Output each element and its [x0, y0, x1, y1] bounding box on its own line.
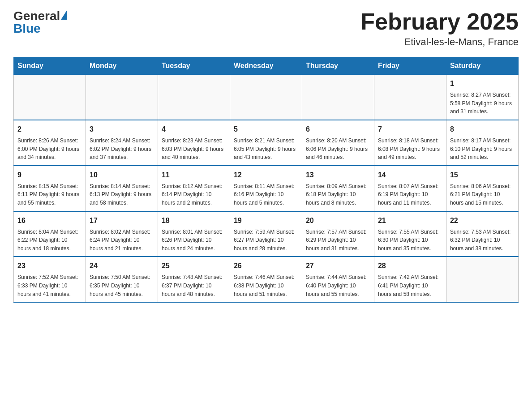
day-info: Sunrise: 7:42 AM Sunset: 6:41 PM Dayligh… — [378, 273, 442, 298]
calendar-day-cell: 11Sunrise: 8:12 AM Sunset: 6:14 PM Dayli… — [158, 166, 230, 211]
calendar-day-cell: 1Sunrise: 8:27 AM Sunset: 5:58 PM Daylig… — [446, 75, 518, 120]
calendar-day-cell: 23Sunrise: 7:52 AM Sunset: 6:33 PM Dayli… — [14, 257, 86, 302]
day-info: Sunrise: 8:17 AM Sunset: 6:10 PM Dayligh… — [450, 137, 515, 162]
calendar-table: SundayMondayTuesdayWednesdayThursdayFrid… — [13, 57, 519, 303]
calendar-day-cell: 5Sunrise: 8:21 AM Sunset: 6:05 PM Daylig… — [230, 120, 302, 166]
day-info: Sunrise: 8:14 AM Sunset: 6:13 PM Dayligh… — [90, 182, 154, 207]
weekday-header-wednesday: Wednesday — [230, 57, 302, 75]
calendar-day-cell — [86, 75, 158, 120]
calendar-day-cell: 16Sunrise: 8:04 AM Sunset: 6:22 PM Dayli… — [14, 211, 86, 257]
calendar-day-cell: 24Sunrise: 7:50 AM Sunset: 6:35 PM Dayli… — [86, 257, 158, 302]
day-number: 20 — [306, 215, 370, 226]
day-number: 4 — [162, 124, 226, 135]
calendar-day-cell: 28Sunrise: 7:42 AM Sunset: 6:41 PM Dayli… — [374, 257, 446, 302]
day-info: Sunrise: 8:04 AM Sunset: 6:22 PM Dayligh… — [17, 228, 82, 253]
calendar-day-cell: 9Sunrise: 8:15 AM Sunset: 6:11 PM Daylig… — [14, 166, 86, 211]
calendar-week-row: 1Sunrise: 8:27 AM Sunset: 5:58 PM Daylig… — [14, 75, 519, 120]
calendar-day-cell: 20Sunrise: 7:57 AM Sunset: 6:29 PM Dayli… — [302, 211, 374, 257]
calendar-day-cell: 22Sunrise: 7:53 AM Sunset: 6:32 PM Dayli… — [446, 211, 518, 257]
day-number: 23 — [17, 261, 82, 271]
calendar-day-cell — [14, 75, 86, 120]
weekday-header-row: SundayMondayTuesdayWednesdayThursdayFrid… — [14, 57, 519, 75]
calendar-day-cell: 21Sunrise: 7:55 AM Sunset: 6:30 PM Dayli… — [374, 211, 446, 257]
calendar-day-cell: 10Sunrise: 8:14 AM Sunset: 6:13 PM Dayli… — [86, 166, 158, 211]
calendar-day-cell: 15Sunrise: 8:06 AM Sunset: 6:21 PM Dayli… — [446, 166, 518, 211]
day-number: 11 — [162, 170, 226, 180]
calendar-day-cell — [158, 75, 230, 120]
calendar-week-row: 16Sunrise: 8:04 AM Sunset: 6:22 PM Dayli… — [14, 211, 519, 257]
calendar-day-cell: 14Sunrise: 8:07 AM Sunset: 6:19 PM Dayli… — [374, 166, 446, 211]
day-info: Sunrise: 8:23 AM Sunset: 6:03 PM Dayligh… — [162, 137, 226, 162]
weekday-header-tuesday: Tuesday — [158, 57, 230, 75]
day-info: Sunrise: 8:09 AM Sunset: 6:18 PM Dayligh… — [306, 182, 370, 207]
weekday-header-saturday: Saturday — [446, 57, 518, 75]
day-number: 8 — [450, 124, 515, 135]
day-info: Sunrise: 8:24 AM Sunset: 6:02 PM Dayligh… — [90, 137, 154, 162]
day-number: 6 — [306, 124, 370, 135]
day-info: Sunrise: 7:52 AM Sunset: 6:33 PM Dayligh… — [17, 273, 82, 298]
calendar-day-cell: 2Sunrise: 8:26 AM Sunset: 6:00 PM Daylig… — [14, 120, 86, 166]
calendar-day-cell: 17Sunrise: 8:02 AM Sunset: 6:24 PM Dayli… — [86, 211, 158, 257]
day-info: Sunrise: 7:48 AM Sunset: 6:37 PM Dayligh… — [162, 273, 226, 298]
day-number: 2 — [17, 124, 82, 135]
day-info: Sunrise: 8:21 AM Sunset: 6:05 PM Dayligh… — [234, 137, 298, 162]
calendar-day-cell: 25Sunrise: 7:48 AM Sunset: 6:37 PM Dayli… — [158, 257, 230, 302]
day-info: Sunrise: 8:20 AM Sunset: 6:06 PM Dayligh… — [306, 137, 370, 162]
calendar-subtitle: Etival-les-le-Mans, France — [360, 36, 519, 48]
logo-blue-text: Blue — [13, 21, 67, 36]
day-number: 16 — [17, 215, 82, 226]
day-number: 28 — [378, 261, 442, 271]
day-info: Sunrise: 8:12 AM Sunset: 6:14 PM Dayligh… — [162, 182, 226, 207]
day-number: 12 — [234, 170, 298, 180]
calendar-day-cell — [374, 75, 446, 120]
day-number: 1 — [450, 78, 515, 89]
day-number: 19 — [234, 215, 298, 226]
day-info: Sunrise: 8:06 AM Sunset: 6:21 PM Dayligh… — [450, 182, 515, 207]
day-number: 13 — [306, 170, 370, 180]
day-info: Sunrise: 7:55 AM Sunset: 6:30 PM Dayligh… — [378, 228, 442, 253]
calendar-day-cell: 8Sunrise: 8:17 AM Sunset: 6:10 PM Daylig… — [446, 120, 518, 166]
calendar-title: February 2025 — [360, 9, 519, 34]
calendar-day-cell: 4Sunrise: 8:23 AM Sunset: 6:03 PM Daylig… — [158, 120, 230, 166]
logo-triangle-icon — [61, 10, 67, 20]
day-number: 26 — [234, 261, 298, 271]
day-info: Sunrise: 8:27 AM Sunset: 5:58 PM Dayligh… — [450, 91, 515, 116]
calendar-day-cell: 26Sunrise: 7:46 AM Sunset: 6:38 PM Dayli… — [230, 257, 302, 302]
logo: General Blue — [13, 9, 67, 36]
weekday-header-friday: Friday — [374, 57, 446, 75]
day-info: Sunrise: 7:50 AM Sunset: 6:35 PM Dayligh… — [90, 273, 154, 298]
calendar-day-cell — [446, 257, 518, 302]
calendar-day-cell: 3Sunrise: 8:24 AM Sunset: 6:02 PM Daylig… — [86, 120, 158, 166]
day-number: 14 — [378, 170, 442, 180]
day-number: 17 — [90, 215, 154, 226]
day-number: 10 — [90, 170, 154, 180]
calendar-week-row: 9Sunrise: 8:15 AM Sunset: 6:11 PM Daylig… — [14, 166, 519, 211]
day-info: Sunrise: 7:53 AM Sunset: 6:32 PM Dayligh… — [450, 228, 515, 253]
day-number: 15 — [450, 170, 515, 180]
weekday-header-thursday: Thursday — [302, 57, 374, 75]
day-number: 22 — [450, 215, 515, 226]
calendar-day-cell — [302, 75, 374, 120]
calendar-week-row: 2Sunrise: 8:26 AM Sunset: 6:00 PM Daylig… — [14, 120, 519, 166]
day-info: Sunrise: 8:18 AM Sunset: 6:08 PM Dayligh… — [378, 137, 442, 162]
day-number: 24 — [90, 261, 154, 271]
weekday-header-monday: Monday — [86, 57, 158, 75]
calendar-day-cell: 6Sunrise: 8:20 AM Sunset: 6:06 PM Daylig… — [302, 120, 374, 166]
calendar-day-cell: 7Sunrise: 8:18 AM Sunset: 6:08 PM Daylig… — [374, 120, 446, 166]
calendar-day-cell: 12Sunrise: 8:11 AM Sunset: 6:16 PM Dayli… — [230, 166, 302, 211]
day-number: 9 — [17, 170, 82, 180]
day-info: Sunrise: 8:01 AM Sunset: 6:26 PM Dayligh… — [162, 228, 226, 253]
day-info: Sunrise: 8:07 AM Sunset: 6:19 PM Dayligh… — [378, 182, 442, 207]
day-number: 5 — [234, 124, 298, 135]
calendar-day-cell: 13Sunrise: 8:09 AM Sunset: 6:18 PM Dayli… — [302, 166, 374, 211]
day-number: 7 — [378, 124, 442, 135]
day-info: Sunrise: 8:26 AM Sunset: 6:00 PM Dayligh… — [17, 137, 82, 162]
day-info: Sunrise: 8:15 AM Sunset: 6:11 PM Dayligh… — [17, 182, 82, 207]
page-header: General Blue February 2025 Etival-les-le… — [13, 9, 519, 48]
day-number: 25 — [162, 261, 226, 271]
calendar-day-cell: 18Sunrise: 8:01 AM Sunset: 6:26 PM Dayli… — [158, 211, 230, 257]
title-block: February 2025 Etival-les-le-Mans, France — [360, 9, 519, 48]
calendar-day-cell: 19Sunrise: 7:59 AM Sunset: 6:27 PM Dayli… — [230, 211, 302, 257]
day-info: Sunrise: 8:11 AM Sunset: 6:16 PM Dayligh… — [234, 182, 298, 207]
day-info: Sunrise: 7:46 AM Sunset: 6:38 PM Dayligh… — [234, 273, 298, 298]
